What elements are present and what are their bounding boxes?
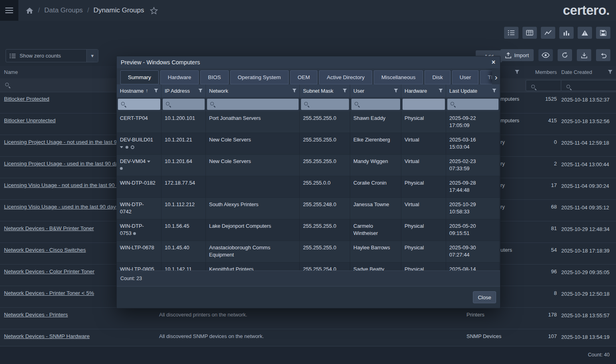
column-header-network[interactable]: Network bbox=[206, 84, 300, 97]
eye-button[interactable] bbox=[538, 49, 553, 61]
group-name-link[interactable]: Licensing Project Usage - not used in th… bbox=[4, 139, 133, 145]
filter-icon[interactable] bbox=[198, 89, 203, 93]
tab-bios[interactable]: BIOS bbox=[200, 70, 228, 84]
computer-row[interactable]: CERT-TP0410.1.200.101Port Jonathan Serve… bbox=[117, 111, 500, 133]
home-icon[interactable] bbox=[26, 7, 34, 14]
star-icon[interactable] bbox=[150, 7, 158, 14]
column-label: IP Address bbox=[165, 88, 190, 94]
group-name-link[interactable]: Bitlocker Protected bbox=[4, 96, 49, 102]
last-update-filter-input[interactable] bbox=[458, 101, 493, 108]
more-tabs-icon[interactable]: › bbox=[492, 70, 500, 84]
group-date-created: 2025-11-04 13:00:44 bbox=[561, 161, 610, 168]
user-filter-input[interactable] bbox=[362, 101, 396, 108]
computer-row[interactable]: DEV-VM0410.1.201.64New Cole Servers255.2… bbox=[117, 155, 500, 176]
import-button[interactable]: Import bbox=[500, 49, 534, 61]
modal-table-header: Hostname↑IP AddressNetworkSubnet MaskUse… bbox=[117, 84, 500, 97]
list-view-button[interactable] bbox=[504, 27, 518, 39]
subnet-mask-cell: 255.255.255.0 bbox=[300, 241, 350, 262]
user-filter[interactable] bbox=[351, 99, 400, 110]
hostname-text: WIN-DTP-0182 bbox=[120, 180, 155, 186]
column-header-hardware[interactable]: Hardware bbox=[401, 84, 446, 97]
line-chart-button[interactable] bbox=[541, 27, 555, 39]
group-name-link[interactable]: Network Devices - SNMP Hardware bbox=[4, 333, 90, 339]
column-header-subnet-mask[interactable]: Subnet Mask bbox=[300, 84, 350, 97]
hostname-filter[interactable] bbox=[118, 99, 160, 110]
column-header-hostname[interactable]: Hostname↑ bbox=[117, 84, 161, 97]
network-filter[interactable] bbox=[207, 99, 299, 110]
chevron-down-icon bbox=[147, 161, 150, 163]
column-label: Subnet Mask bbox=[303, 88, 333, 94]
network-filter-input[interactable] bbox=[217, 101, 281, 108]
table-row: Network Devices - PrintersAll discovered… bbox=[0, 308, 616, 329]
hostname-filter-input[interactable] bbox=[128, 101, 157, 108]
group-name-link[interactable]: Licensing Visio Usage - used in the last… bbox=[4, 204, 118, 210]
group-type: Printers bbox=[466, 312, 523, 318]
modal-filter-row bbox=[117, 97, 500, 111]
close-button[interactable]: Close bbox=[473, 291, 496, 303]
group-name-link[interactable]: Licensing Project Usage - used in the la… bbox=[4, 161, 124, 167]
filter-icon[interactable] bbox=[154, 89, 158, 93]
hardware-cell: Virtual bbox=[401, 198, 446, 219]
column-header-user[interactable]: User bbox=[350, 84, 401, 97]
type-filter-icon[interactable] bbox=[515, 70, 519, 74]
tab-oem[interactable]: OEM bbox=[290, 70, 318, 84]
sort-asc-icon[interactable]: ↑ bbox=[146, 88, 148, 93]
group-name-link[interactable]: Network Devices - Printer Toner < 5% bbox=[4, 290, 94, 296]
tab-active-directory[interactable]: Active Directory bbox=[319, 70, 372, 84]
group-date-created: 2025-10-29 12:48:34 bbox=[561, 225, 610, 233]
group-name-link[interactable]: Network Devices - Cisco Switches bbox=[4, 247, 86, 253]
computer-row[interactable]: WIN-DTP-074210.1.112.212South Alexys Pri… bbox=[117, 198, 500, 219]
last-update-cell: 2025-09-28 17:44:48 bbox=[446, 176, 500, 197]
computer-row[interactable]: WIN-LTP-080510.1.142.11Kennithfurt Print… bbox=[117, 263, 500, 271]
bar-chart-button[interactable] bbox=[559, 27, 574, 39]
tab-summary[interactable]: Summary bbox=[120, 70, 159, 84]
group-name-link[interactable]: Licensing Visio Usage - not used in the … bbox=[4, 182, 128, 188]
menu-button[interactable] bbox=[0, 0, 18, 21]
tab-disk[interactable]: Disk bbox=[425, 70, 450, 84]
filter-icon[interactable] bbox=[292, 89, 297, 93]
save-button[interactable] bbox=[596, 27, 610, 39]
last-update-cell: 2025-08-14 bbox=[446, 263, 500, 271]
computer-row[interactable]: WIN-DTP-0182172.18.77.54255.255.0.0Coral… bbox=[117, 176, 500, 198]
show-zero-counts-select[interactable]: Show zero counts ▾ bbox=[6, 49, 98, 62]
filter-icon[interactable] bbox=[492, 89, 496, 93]
ip-address-filter[interactable] bbox=[163, 99, 205, 110]
ip-address-filter-input[interactable] bbox=[173, 101, 202, 108]
breadcrumb-data-groups[interactable]: Data Groups bbox=[44, 6, 83, 14]
subnet-mask-filter-input[interactable] bbox=[311, 101, 345, 108]
caret-down-icon[interactable]: ▾ bbox=[86, 50, 98, 62]
group-name-link[interactable]: Network Devices - Printers bbox=[4, 312, 68, 318]
name-search-icon[interactable] bbox=[5, 82, 10, 88]
tab-hardware[interactable]: Hardware bbox=[160, 70, 199, 84]
download-button[interactable] bbox=[577, 49, 591, 61]
group-name-link[interactable]: Network Devices - Color Printer Toner bbox=[4, 269, 94, 274]
table-view-button[interactable] bbox=[522, 27, 537, 39]
tab-operating-system[interactable]: Operating System bbox=[230, 70, 289, 84]
filter-icon[interactable] bbox=[394, 89, 398, 93]
last-update-filter[interactable] bbox=[447, 99, 498, 110]
group-name-link[interactable]: Bitlocker Unprotected bbox=[4, 117, 56, 123]
alert-button[interactable] bbox=[578, 27, 592, 39]
modal-title: Preview - Windows Computers bbox=[121, 59, 200, 66]
tab-miscellaneous[interactable]: Miscellaneous bbox=[374, 70, 423, 84]
filter-icon[interactable] bbox=[439, 89, 443, 93]
column-name: Name bbox=[4, 69, 18, 75]
column-header-last-update[interactable]: Last Update bbox=[446, 84, 500, 97]
subnet-mask-filter[interactable] bbox=[301, 99, 349, 110]
refresh-button[interactable] bbox=[558, 49, 572, 61]
computer-row[interactable]: WIN-LTP-067810.1.45.40Anastacioborough C… bbox=[117, 241, 500, 263]
tab-user[interactable]: User bbox=[452, 70, 479, 84]
hardware-filter[interactable] bbox=[403, 99, 445, 110]
close-icon[interactable]: × bbox=[491, 59, 496, 66]
ip-cell: 10.1.201.21 bbox=[161, 133, 206, 154]
computer-row[interactable]: DEV-BUILD0110.1.201.21New Cole Servers25… bbox=[117, 133, 500, 155]
date-created-filter-icon[interactable] bbox=[608, 70, 612, 74]
computer-row[interactable]: WIN-DTP-075310.1.56.45Lake Dejonport Com… bbox=[117, 219, 500, 241]
filter-icon[interactable] bbox=[343, 89, 347, 93]
group-name-link[interactable]: Network Devices - B&W Printer Toner bbox=[4, 225, 94, 231]
subnet-mask-cell: 255.255.255.0 bbox=[300, 111, 350, 133]
hostname-text: DEV-VM04 bbox=[120, 158, 150, 164]
undo-button[interactable] bbox=[596, 49, 610, 61]
breadcrumb-dynamic-groups[interactable]: Dynamic Groups bbox=[94, 6, 144, 14]
column-header-ip-address[interactable]: IP Address bbox=[161, 84, 206, 97]
